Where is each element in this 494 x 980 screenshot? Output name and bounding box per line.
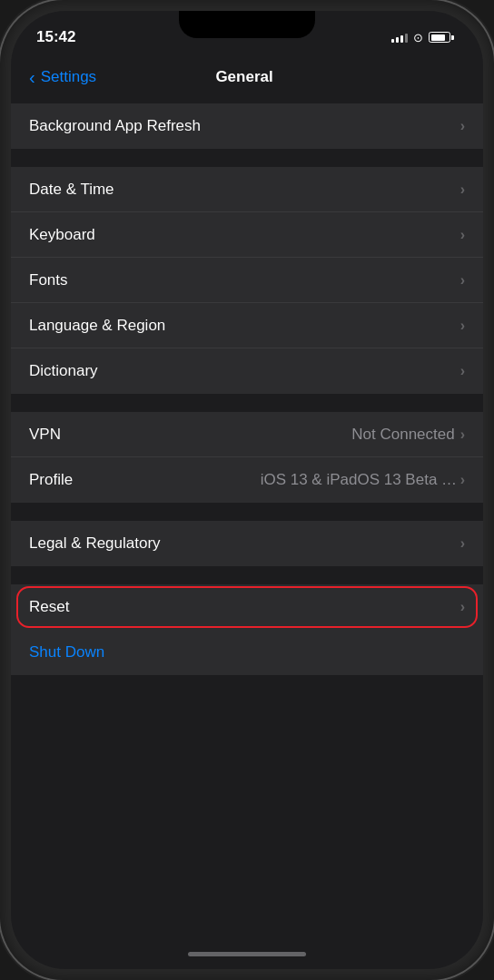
home-indicator [11,938,483,969]
vpn-value: Not Connected [351,426,454,444]
signal-bar-1 [391,39,394,43]
battery-icon [429,32,454,43]
profile-value: iOS 13 & iPadOS 13 Beta Soft... [261,471,460,489]
shutdown-item[interactable]: Shut Down [11,630,483,675]
wifi-icon: ⊙ [413,31,423,44]
phone-screen: 15:42 ⊙ [11,11,483,969]
date-time-item[interactable]: Date & Time › [11,167,483,212]
chevron-icon: › [460,227,465,243]
background-app-refresh-item[interactable]: Background App Refresh › [11,103,483,149]
chevron-icon: › [460,118,465,134]
profile-label: Profile [29,471,73,489]
chevron-icon: › [460,599,465,615]
settings-content: Background App Refresh › Date & Time › [11,103,483,938]
chevron-icon: › [460,363,465,379]
signal-bar-4 [405,34,408,43]
language-region-item[interactable]: Language & Region › [11,303,483,348]
date-time-label: Date & Time [29,181,114,199]
screen-content: 15:42 ⊙ [11,11,483,969]
chevron-icon: › [460,181,465,198]
vpn-item[interactable]: VPN Not Connected › [11,412,483,457]
nav-bar: ‹ Settings General [11,56,483,103]
section-vpn: VPN Not Connected › Profile iOS 13 & iPa… [11,412,483,503]
signal-bar-2 [396,37,399,43]
home-bar [188,952,306,956]
page-title: General [96,68,392,86]
vpn-label: VPN [29,426,61,444]
reset-label: Reset [29,598,69,616]
phone-frame: 15:42 ⊙ [0,0,494,980]
fonts-label: Fonts [29,271,68,289]
section-legal: Legal & Regulatory › [11,521,483,566]
language-region-label: Language & Region [29,317,165,335]
back-label: Settings [41,68,96,86]
chevron-icon: › [460,318,465,334]
dictionary-label: Dictionary [29,362,98,380]
profile-item[interactable]: Profile iOS 13 & iPadOS 13 Beta Soft... … [11,457,483,503]
section-reset: Reset › Shut Down [11,584,483,675]
keyboard-label: Keyboard [29,226,95,244]
chevron-icon: › [460,472,465,488]
section-input: Date & Time › Keyboard › Fonts [11,167,483,394]
status-icons: ⊙ [391,31,454,44]
shutdown-label: Shut Down [29,643,104,662]
legal-regulatory-label: Legal & Regulatory [29,534,161,553]
section-background: Background App Refresh › [11,103,483,149]
background-app-refresh-label: Background App Refresh [29,117,201,135]
status-time: 15:42 [36,28,75,46]
keyboard-item[interactable]: Keyboard › [11,212,483,258]
legal-regulatory-item[interactable]: Legal & Regulatory › [11,521,483,566]
dictionary-item[interactable]: Dictionary › [11,348,483,394]
back-button[interactable]: ‹ Settings [29,67,96,88]
signal-bars [391,32,408,43]
back-chevron-icon: ‹ [29,67,35,88]
reset-item[interactable]: Reset › [11,584,483,630]
chevron-icon: › [460,272,465,289]
signal-bar-3 [400,35,403,43]
chevron-icon: › [460,426,465,443]
notch [179,11,315,38]
fonts-item[interactable]: Fonts › [11,258,483,303]
chevron-icon: › [460,535,465,552]
